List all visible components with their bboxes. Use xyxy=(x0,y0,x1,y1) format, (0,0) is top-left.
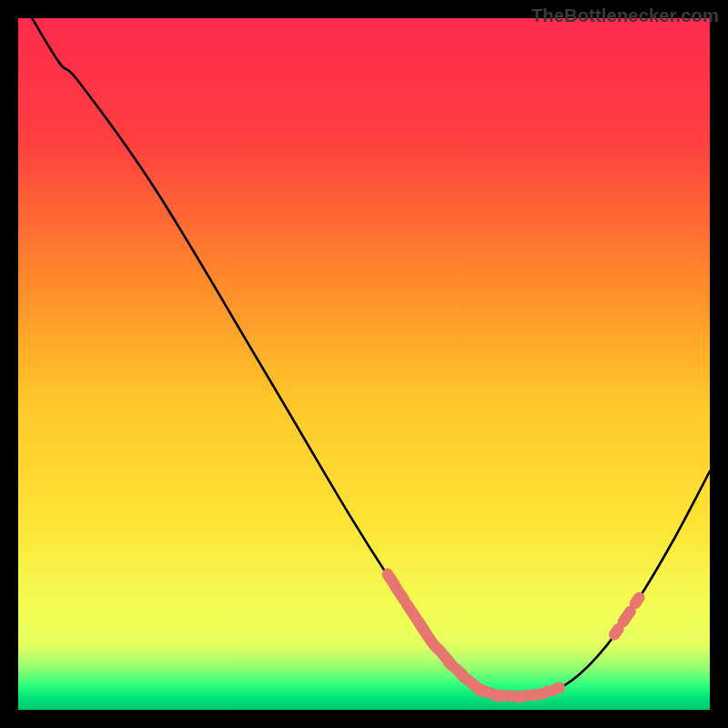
svg-rect-0 xyxy=(18,18,710,710)
svg-line-15 xyxy=(553,688,560,691)
watermark-text: TheBottlenecker.com xyxy=(531,5,719,26)
svg-line-2 xyxy=(396,587,404,600)
svg-line-17 xyxy=(623,612,631,622)
svg-line-14 xyxy=(542,691,549,693)
svg-line-16 xyxy=(614,629,618,634)
plot-area xyxy=(18,18,710,710)
chart-svg xyxy=(18,18,710,710)
chart-frame: TheBottlenecker.com xyxy=(0,0,728,728)
svg-line-18 xyxy=(635,598,639,603)
